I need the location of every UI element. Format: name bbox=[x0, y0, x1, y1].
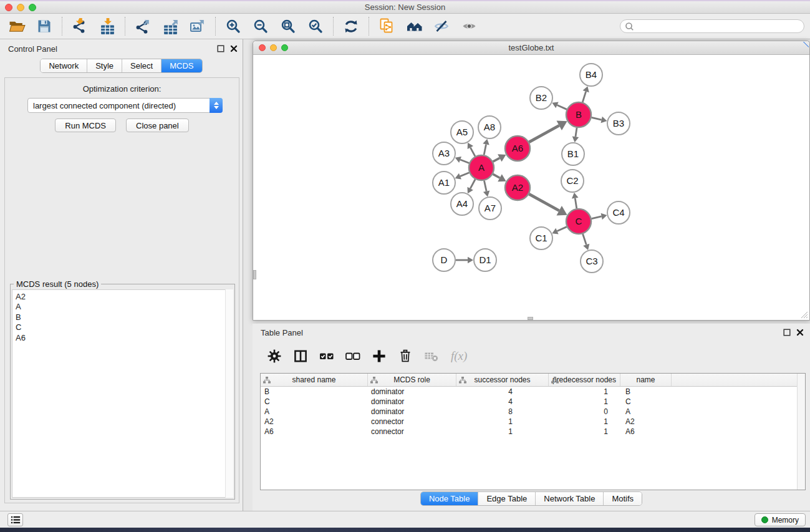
graph-node-C[interactable]: C bbox=[566, 209, 591, 234]
search-input[interactable] bbox=[637, 21, 804, 32]
function-builder-button[interactable]: f(x) bbox=[448, 349, 467, 363]
network-horizontal-scroll-thumb[interactable] bbox=[528, 317, 533, 320]
graph-node-A6[interactable]: A6 bbox=[505, 136, 530, 161]
graph-edge-A-A7[interactable] bbox=[483, 181, 489, 197]
graph-edge-B-B3[interactable] bbox=[592, 117, 607, 123]
mcds-result-item[interactable]: A bbox=[16, 302, 233, 312]
graph-node-D1[interactable]: D1 bbox=[474, 249, 496, 271]
graph-node-A3[interactable]: A3 bbox=[433, 142, 455, 165]
settings-button[interactable] bbox=[265, 347, 284, 365]
deselect-all-checks-button[interactable] bbox=[344, 347, 362, 365]
graph-edge-B-B1[interactable] bbox=[572, 128, 579, 142]
column-header-name[interactable]: name bbox=[620, 374, 672, 386]
import-network-button[interactable] bbox=[70, 17, 89, 36]
network-resize-grip[interactable] bbox=[801, 311, 808, 319]
export-image-button[interactable] bbox=[188, 17, 207, 36]
task-history-button[interactable] bbox=[7, 513, 23, 526]
columns-button[interactable] bbox=[291, 347, 310, 365]
import-table-button[interactable] bbox=[98, 17, 117, 36]
network-canvas[interactable]: B4B2BB3A5A8A6B1A3AC2A1A2A4A7CC4C1C3DD1 bbox=[253, 55, 809, 320]
graph-node-B4[interactable]: B4 bbox=[580, 64, 602, 86]
network-zoom-button[interactable] bbox=[281, 44, 288, 51]
mcds-result-item[interactable]: A2 bbox=[16, 292, 233, 302]
graph-edge-C-C1[interactable] bbox=[552, 227, 567, 235]
network-vertical-scroll-thumb[interactable] bbox=[253, 270, 256, 279]
graph-node-B2[interactable]: B2 bbox=[530, 87, 552, 109]
graph-edge-A-A8[interactable] bbox=[483, 139, 489, 155]
graph-node-A7[interactable]: A7 bbox=[479, 197, 501, 220]
table-row[interactable]: A6connector11A6 bbox=[261, 427, 805, 437]
clone-network-button[interactable] bbox=[377, 17, 396, 36]
network-minimize-button[interactable] bbox=[270, 44, 277, 51]
graph-edge-A-A2[interactable] bbox=[493, 174, 506, 181]
criterion-dropdown[interactable]: largest connected component (directed) bbox=[27, 98, 223, 113]
graph-node-A4[interactable]: A4 bbox=[451, 193, 473, 215]
home-button[interactable] bbox=[405, 17, 423, 36]
close-table-panel-icon[interactable] bbox=[796, 329, 804, 336]
graph-node-A2[interactable]: A2 bbox=[505, 175, 530, 200]
mcds-result-item[interactable]: C bbox=[16, 322, 233, 332]
export-table-button[interactable] bbox=[161, 17, 180, 36]
table-tab-node-table[interactable]: Node Table bbox=[421, 492, 479, 505]
mcds-result-item[interactable]: A6 bbox=[16, 333, 233, 343]
graph-edge-D-D1[interactable] bbox=[456, 257, 473, 264]
graph-node-C3[interactable]: C3 bbox=[581, 250, 603, 273]
table-row[interactable]: Adominator80A bbox=[261, 407, 805, 417]
graph-node-A1[interactable]: A1 bbox=[433, 172, 455, 194]
graph-node-B[interactable]: B bbox=[566, 102, 591, 127]
zoom-window-button[interactable] bbox=[29, 4, 36, 11]
float-panel-icon[interactable] bbox=[217, 45, 224, 52]
graph-node-A8[interactable]: A8 bbox=[478, 116, 501, 138]
table-tab-edge-table[interactable]: Edge Table bbox=[478, 492, 536, 505]
graph-node-C2[interactable]: C2 bbox=[561, 170, 584, 192]
graph-edge-B-B2[interactable] bbox=[552, 102, 567, 110]
zoom-out-button[interactable] bbox=[251, 17, 270, 36]
column-header-predecessor-nodes[interactable]: predecessor nodes bbox=[549, 374, 620, 386]
zoom-selected-button[interactable] bbox=[306, 17, 325, 36]
column-header-MCDS-role[interactable]: MCDS role bbox=[368, 374, 456, 386]
graph-node-A5[interactable]: A5 bbox=[451, 121, 473, 143]
network-window-titlebar[interactable]: testGlobe.txt bbox=[253, 41, 809, 55]
zoom-in-button[interactable] bbox=[224, 17, 243, 36]
graph-edge-A-A6[interactable] bbox=[493, 154, 506, 162]
table-row[interactable]: A2connector11A2 bbox=[261, 417, 805, 427]
table-row[interactable]: Bdominator41B bbox=[261, 387, 805, 397]
graph-node-B3[interactable]: B3 bbox=[607, 112, 630, 135]
graph-node-C1[interactable]: C1 bbox=[530, 227, 552, 249]
tab-style[interactable]: Style bbox=[87, 59, 122, 72]
save-button[interactable] bbox=[35, 17, 54, 36]
table-row[interactable]: Cdominator41C bbox=[261, 397, 805, 407]
float-table-panel-icon[interactable] bbox=[783, 329, 791, 336]
refresh-button[interactable] bbox=[342, 17, 360, 36]
graph-node-B1[interactable]: B1 bbox=[562, 143, 584, 165]
hide-graphics-button[interactable] bbox=[432, 17, 451, 36]
graph-edge-C-C3[interactable] bbox=[583, 234, 590, 250]
tab-select[interactable]: Select bbox=[122, 59, 162, 72]
select-all-checks-button[interactable] bbox=[317, 347, 336, 365]
mcds-result-item[interactable]: B bbox=[16, 312, 233, 322]
tab-network[interactable]: Network bbox=[41, 59, 87, 72]
add-column-button[interactable] bbox=[370, 347, 388, 365]
graph-edge-C-C4[interactable] bbox=[592, 213, 607, 220]
close-window-button[interactable] bbox=[5, 4, 12, 11]
graph-node-C4[interactable]: C4 bbox=[607, 201, 630, 224]
zoom-fit-button[interactable] bbox=[279, 17, 297, 36]
graph-edge-C-C2[interactable] bbox=[572, 193, 579, 208]
tab-mcds[interactable]: MCDS bbox=[162, 59, 201, 72]
graph-edge-A6-B[interactable] bbox=[529, 121, 567, 142]
graph-node-D[interactable]: D bbox=[433, 249, 455, 271]
graph-edge-A2-C[interactable] bbox=[529, 194, 567, 215]
table-tab-motifs[interactable]: Motifs bbox=[604, 492, 642, 505]
delete-column-button[interactable] bbox=[396, 347, 415, 365]
close-panel-icon[interactable] bbox=[230, 45, 238, 52]
graph-edge-A-A3[interactable] bbox=[455, 157, 470, 163]
close-panel-button[interactable]: Close panel bbox=[126, 118, 189, 132]
table-tab-network-table[interactable]: Network Table bbox=[536, 492, 604, 505]
table-scrollbar[interactable] bbox=[797, 374, 805, 490]
column-header-shared-name[interactable]: shared name bbox=[261, 374, 368, 386]
graph-edge-A-A1[interactable] bbox=[455, 173, 470, 180]
minimize-window-button[interactable] bbox=[17, 4, 24, 11]
graph-edge-A-A5[interactable] bbox=[468, 143, 475, 157]
export-network-button[interactable] bbox=[133, 17, 152, 36]
memory-button[interactable]: Memory bbox=[755, 513, 806, 526]
